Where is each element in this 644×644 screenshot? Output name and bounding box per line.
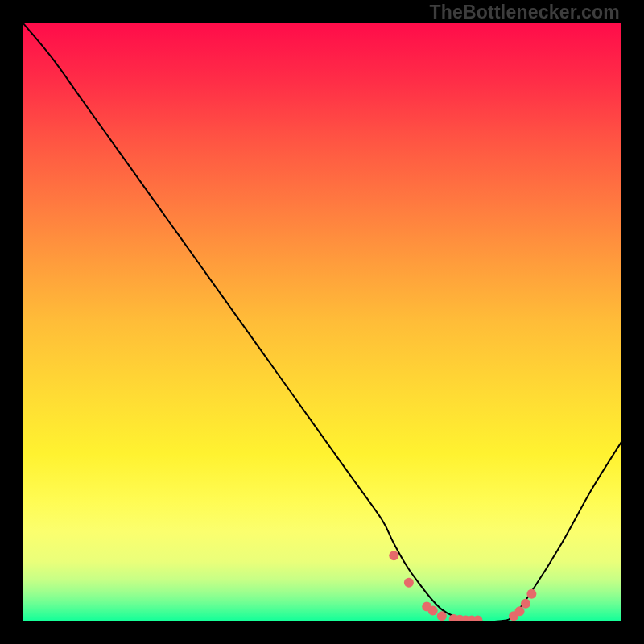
data-marker: [389, 551, 398, 560]
chart-frame: TheBottlenecker.com: [0, 0, 644, 644]
marker-group: [389, 551, 536, 621]
data-marker: [521, 599, 530, 609]
line-plot-svg: [23, 23, 621, 621]
data-marker: [404, 578, 414, 588]
watermark-text: TheBottlenecker.com: [430, 2, 620, 23]
data-marker: [526, 589, 536, 599]
curve-path-group: [23, 23, 621, 621]
curve-path: [23, 23, 621, 621]
data-marker: [515, 606, 525, 616]
data-marker: [428, 606, 438, 616]
plot-area: [23, 23, 621, 621]
data-marker: [437, 611, 447, 621]
